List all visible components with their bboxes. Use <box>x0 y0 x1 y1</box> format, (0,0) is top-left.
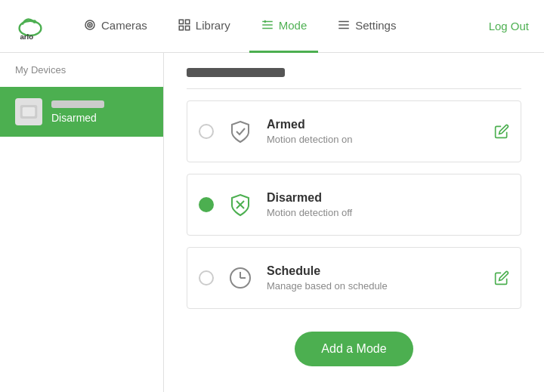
disarmed-icon <box>225 190 255 220</box>
svg-point-1 <box>32 20 36 23</box>
svg-text:arlo: arlo <box>20 32 33 40</box>
content-header <box>187 68 521 89</box>
content-area: Armed Motion detection on Di <box>164 53 544 392</box>
svg-point-4 <box>89 24 91 26</box>
mode-title-schedule: Schedule <box>267 264 494 278</box>
sidebar-device-item[interactable]: Disarmed <box>0 87 163 137</box>
sidebar-section-label: My Devices <box>0 53 163 87</box>
nav-cameras[interactable]: Cameras <box>72 0 159 53</box>
header: arlo Cameras Library <box>0 0 544 53</box>
schedule-icon <box>225 263 255 293</box>
add-mode-wrap: Add a Mode <box>187 332 521 366</box>
mode-desc-armed: Motion detection on <box>267 134 494 145</box>
nav-mode-label: Mode <box>279 19 308 32</box>
armed-icon <box>225 116 255 147</box>
svg-rect-16 <box>23 107 36 116</box>
mode-desc-disarmed: Motion detection off <box>267 207 509 218</box>
svg-rect-7 <box>179 26 183 30</box>
svg-rect-5 <box>179 20 183 23</box>
logout-button[interactable]: Log Out <box>489 20 529 32</box>
nav-cameras-label: Cameras <box>101 19 147 32</box>
device-name-redacted <box>51 100 104 108</box>
sidebar: My Devices Disarmed <box>0 53 164 392</box>
mode-selector-armed[interactable] <box>199 124 214 139</box>
mode-title-armed: Armed <box>267 118 494 131</box>
main-layout: My Devices Disarmed <box>0 53 544 392</box>
nav-library[interactable]: Library <box>166 0 242 53</box>
device-icon <box>15 98 42 125</box>
nav-settings-label: Settings <box>355 19 396 32</box>
svg-rect-6 <box>185 20 189 23</box>
nav-mode[interactable]: Mode <box>249 0 319 53</box>
svg-rect-8 <box>185 26 189 30</box>
mode-card-disarmed[interactable]: Disarmed Motion detection off <box>187 174 521 236</box>
device-name-bar-redacted <box>187 68 285 77</box>
mode-title-disarmed: Disarmed <box>267 191 509 205</box>
mode-desc-schedule: Manage based on schedule <box>267 280 494 292</box>
device-status: Disarmed <box>51 112 104 124</box>
mode-info-schedule: Schedule Manage based on schedule <box>267 264 494 292</box>
add-mode-button[interactable]: Add a Mode <box>295 332 413 366</box>
mode-card-schedule[interactable]: Schedule Manage based on schedule <box>187 247 521 309</box>
nav-library-label: Library <box>196 19 230 32</box>
mode-card-armed[interactable]: Armed Motion detection on <box>187 100 521 162</box>
logo[interactable]: arlo <box>15 11 49 42</box>
edit-armed-button[interactable] <box>494 124 509 139</box>
mode-info-armed: Armed Motion detection on <box>267 118 494 145</box>
mode-info-disarmed: Disarmed Motion detection off <box>267 191 509 218</box>
nav-settings[interactable]: Settings <box>326 0 407 53</box>
nav: Cameras Library Mode <box>72 0 489 53</box>
mode-selector-schedule[interactable] <box>199 270 214 286</box>
edit-schedule-button[interactable] <box>494 270 509 286</box>
mode-selector-disarmed[interactable] <box>199 197 214 212</box>
